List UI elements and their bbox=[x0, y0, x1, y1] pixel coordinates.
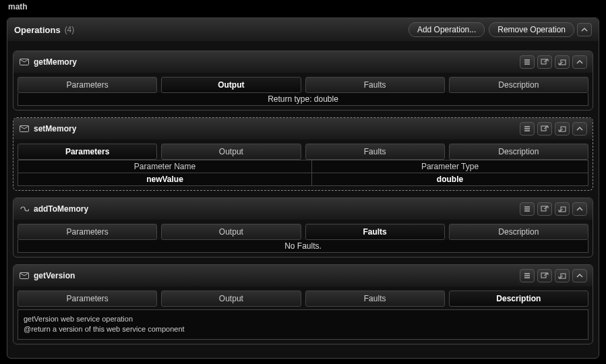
param-type-cell: double bbox=[311, 173, 588, 186]
tab-faults[interactable]: Faults bbox=[305, 224, 445, 240]
link-in-icon[interactable] bbox=[555, 202, 570, 216]
param-name-header: Parameter Name bbox=[18, 160, 312, 173]
list-icon[interactable] bbox=[520, 202, 535, 216]
tab-parameters[interactable]: Parameters bbox=[18, 291, 157, 307]
tab-parameters[interactable]: Parameters bbox=[18, 144, 157, 160]
link-in-icon[interactable] bbox=[555, 55, 570, 69]
tab-faults[interactable]: Faults bbox=[305, 291, 445, 307]
svg-rect-7 bbox=[561, 207, 566, 212]
add-operation-button[interactable]: Add Operation... bbox=[408, 22, 485, 37]
link-in-icon[interactable] bbox=[555, 269, 570, 282]
collapse-icon[interactable] bbox=[572, 269, 587, 282]
tab-description[interactable]: Description bbox=[449, 224, 588, 240]
remove-operation-button[interactable]: Remove Operation bbox=[489, 22, 574, 37]
operation-header[interactable]: getVersion bbox=[13, 265, 593, 286]
link-out-icon[interactable] bbox=[537, 122, 552, 135]
list-icon[interactable] bbox=[520, 269, 535, 282]
tab-description[interactable]: Description bbox=[449, 77, 588, 93]
operation-name: addToMemory bbox=[34, 204, 88, 214]
operation-header[interactable]: getMemory bbox=[13, 51, 593, 73]
faults-content: No Faults. bbox=[18, 240, 588, 253]
collapse-panel-icon[interactable] bbox=[577, 23, 592, 36]
tab-output[interactable]: Output bbox=[161, 144, 301, 160]
operation-name: getVersion bbox=[34, 271, 75, 280]
operation-getMemory: getMemory Parameters Output Faults Descr… bbox=[13, 51, 593, 111]
envelope-icon bbox=[19, 124, 30, 133]
param-type-header: Parameter Type bbox=[311, 160, 588, 173]
output-return-type: Return type: double bbox=[18, 93, 588, 106]
parameters-table: Parameter Name Parameter Type newValue d… bbox=[18, 160, 588, 186]
operation-addToMemory: addToMemory Parameters Output Faults Des… bbox=[13, 198, 593, 257]
svg-rect-2 bbox=[561, 60, 566, 65]
operations-count: (4) bbox=[65, 25, 75, 34]
tab-output[interactable]: Output bbox=[161, 224, 301, 240]
link-out-icon[interactable] bbox=[537, 55, 552, 69]
operation-header[interactable]: setMemory bbox=[13, 118, 593, 140]
operation-getVersion: getVersion Parameters Output Faults Desc… bbox=[13, 264, 593, 344]
svg-rect-5 bbox=[561, 127, 566, 131]
collapse-icon[interactable] bbox=[572, 202, 587, 216]
link-in-icon[interactable] bbox=[555, 122, 570, 135]
list-icon[interactable] bbox=[520, 122, 535, 135]
operation-setMemory: setMemory Parameters Output Faults Descr… bbox=[13, 117, 593, 191]
tab-output[interactable]: Output bbox=[161, 77, 301, 93]
tab-parameters[interactable]: Parameters bbox=[18, 77, 157, 93]
operations-panel: Operations (4) Add Operation... Remove O… bbox=[7, 18, 599, 359]
tab-output[interactable]: Output bbox=[161, 291, 301, 307]
operations-title: Operations bbox=[14, 25, 61, 35]
svg-rect-9 bbox=[541, 273, 546, 278]
tab-description[interactable]: Description bbox=[449, 291, 588, 307]
tab-description[interactable]: Description bbox=[449, 144, 588, 160]
operations-body: getMemory Parameters Output Faults Descr… bbox=[7, 41, 599, 358]
envelope-icon bbox=[19, 271, 30, 280]
description-content[interactable]: getVersion web service operation @return… bbox=[18, 309, 588, 340]
link-out-icon[interactable] bbox=[537, 202, 552, 216]
collapse-icon[interactable] bbox=[572, 122, 587, 135]
operation-header[interactable]: addToMemory bbox=[13, 198, 593, 220]
service-name-label: math bbox=[0, 0, 606, 13]
svg-rect-6 bbox=[541, 206, 546, 211]
collapse-icon[interactable] bbox=[572, 55, 587, 69]
table-row[interactable]: newValue double bbox=[18, 173, 588, 186]
list-icon[interactable] bbox=[520, 55, 535, 69]
svg-rect-4 bbox=[541, 126, 546, 131]
param-name-cell: newValue bbox=[18, 173, 312, 186]
tab-parameters[interactable]: Parameters bbox=[18, 224, 157, 240]
tab-faults[interactable]: Faults bbox=[305, 144, 445, 160]
loop-icon bbox=[19, 204, 30, 214]
svg-rect-1 bbox=[541, 59, 546, 64]
envelope-icon bbox=[19, 57, 30, 67]
link-out-icon[interactable] bbox=[537, 269, 552, 282]
operations-header: Operations (4) Add Operation... Remove O… bbox=[7, 18, 599, 41]
tab-faults[interactable]: Faults bbox=[305, 77, 445, 93]
operation-name: getMemory bbox=[34, 57, 77, 67]
operation-name: setMemory bbox=[34, 124, 76, 133]
svg-rect-10 bbox=[561, 274, 566, 278]
